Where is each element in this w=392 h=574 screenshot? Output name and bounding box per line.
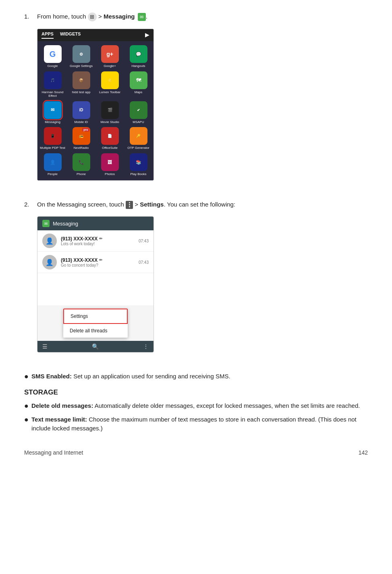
bullet-dot-sms: ● — [24, 372, 31, 381]
app-hidd-label: hidd test app — [72, 90, 91, 94]
step-1-content: From home, touch ⊞ > Messaging ✉. APPS W… — [37, 12, 368, 189]
app-messaging[interactable]: ✉ Messaging — [40, 101, 65, 124]
app-moviestudio[interactable]: 🎬 Movie Studio — [97, 101, 122, 124]
app-photos-label: Photos — [105, 172, 115, 176]
msg-details-1: (913) XXX-XXXX ✏ Lots of work today! — [61, 236, 135, 246]
msg-bottom-icon-2: 🔍 — [92, 343, 99, 350]
msg-time-2: 07:43 — [139, 260, 149, 265]
app-multipdp[interactable]: 📱 Multiple PDP Test — [40, 127, 65, 150]
three-dot-menu-icon — [126, 201, 133, 209]
text-message-limit-text: Text message limit: Choose the maximum n… — [31, 415, 368, 433]
footer-right: 142 — [359, 449, 368, 456]
app-photos[interactable]: 🖼 Photos — [97, 153, 122, 176]
delete-old-messages-text: Delete old messages: Automatically delet… — [31, 401, 360, 411]
context-delete-all[interactable]: Delete all threads — [63, 324, 128, 338]
msg-number-1: (913) XXX-XXXX ✏ — [61, 236, 135, 242]
msg-spacer — [37, 273, 153, 305]
apps-screenshot: APPS WIDGETS ▶ G Google ⚙ Google Setting… — [37, 29, 154, 181]
app-lumen[interactable]: 🌟 Lumen Toolbar — [97, 71, 122, 98]
context-menu: Settings Delete all threads — [63, 309, 128, 338]
home-icon: ⊞ — [88, 13, 97, 21]
sms-enabled-bold: SMS Enabled: — [31, 373, 72, 380]
sms-enabled-desc: Set up an application used for sending a… — [73, 373, 230, 380]
msg-preview-2: Go to concert today? — [61, 263, 135, 267]
step-2-content: On the Messaging screen, touch > Setting… — [37, 200, 368, 361]
app-harman-label: Harman Sound Effect — [40, 90, 65, 98]
page-footer: Messaging and Internet 142 — [24, 449, 368, 456]
msg-time-1: 07:43 — [139, 239, 149, 243]
storage-bullets: ● Delete old messages: Automatically del… — [24, 401, 368, 433]
app-people[interactable]: 👤 People — [40, 153, 65, 176]
app-google-settings[interactable]: ⚙ Google Settings — [68, 45, 94, 68]
app-google-label: Google — [48, 64, 58, 68]
msg-header-icon: ✉ — [42, 220, 50, 227]
app-google[interactable]: G Google — [40, 45, 65, 68]
app-hangouts[interactable]: 💬 Hangouts — [126, 45, 151, 68]
msg-bottom-icon-1: ☰ — [42, 343, 48, 350]
delete-old-messages-item: ● Delete old messages: Automatically del… — [24, 401, 368, 411]
app-hangouts-label: Hangouts — [131, 64, 145, 68]
messaging-screenshot: ✉ Messaging 👤 (913) XXX-XXXX ✏ Lots of w… — [37, 216, 154, 353]
msg-details-2: (913) XXX-XXXX ✏ Go to concert today? — [61, 257, 135, 267]
apps-tab[interactable]: APPS — [41, 31, 54, 39]
msg-item-2[interactable]: 👤 (913) XXX-XXXX ✏ Go to concert today? … — [37, 252, 153, 273]
storage-heading: STORAGE — [24, 388, 368, 397]
app-phone[interactable]: 📞 Phone — [68, 153, 94, 176]
app-multipdp-label: Multiple PDP Test — [40, 146, 65, 150]
app-harman[interactable]: 🎵 Harman Sound Effect — [40, 71, 65, 98]
apps-bar: APPS WIDGETS ▶ — [37, 29, 153, 41]
app-msapu-label: MSAPU — [133, 120, 144, 124]
context-settings[interactable]: Settings — [63, 309, 128, 324]
step2-text-after: . You can set the following: — [164, 201, 235, 208]
app-googleplus[interactable]: g+ Google+ — [97, 45, 122, 68]
app-playbooks[interactable]: 📚 Play Books — [126, 153, 151, 176]
app-msapu[interactable]: ✔ MSAPU — [126, 101, 151, 124]
step-2-number: 2. — [24, 200, 37, 208]
app-nextradio-label: NextRadio — [74, 146, 89, 150]
step2-settings-label: Settings — [140, 201, 164, 208]
app-mobileid[interactable]: iD Mobile ID — [68, 101, 94, 124]
msg-item-1[interactable]: 👤 (913) XXX-XXXX ✏ Lots of work today! 0… — [37, 230, 153, 252]
context-menu-area: Settings Delete all threads — [37, 305, 153, 341]
msg-list: 👤 (913) XXX-XXXX ✏ Lots of work today! 0… — [37, 230, 153, 341]
pro-badge: pro — [82, 128, 89, 131]
app-googleplus-label: Google+ — [104, 64, 116, 68]
step-1: 1. From home, touch ⊞ > Messaging ✉. APP… — [24, 12, 368, 189]
msg-header-label: Messaging — [53, 221, 78, 227]
text-message-limit-item: ● Text message limit: Choose the maximum… — [24, 415, 368, 433]
apps-grid: G Google ⚙ Google Settings g+ Google+ — [37, 41, 153, 180]
msg-preview-1: Lots of work today! — [61, 242, 135, 246]
messaging-inline-icon: ✉ — [138, 13, 146, 21]
bullet-dot-limit: ● — [24, 415, 31, 424]
step-2-text: On the Messaging screen, touch > Setting… — [37, 200, 368, 209]
app-moviestudio-label: Movie Studio — [100, 120, 119, 124]
msg-number-icon-2: ✏ — [99, 258, 102, 262]
delete-old-messages-bold: Delete old messages: — [31, 402, 93, 409]
step-2: 2. On the Messaging screen, touch > Sett… — [24, 200, 368, 361]
app-nextradio[interactable]: 📻 pro NextRadio — [68, 127, 94, 150]
app-maps[interactable]: 🗺 Maps — [126, 71, 151, 98]
bullet-dot-delete: ● — [24, 401, 31, 411]
app-phone-label: Phone — [77, 172, 86, 176]
app-officesuite-label: OfficeSuite — [102, 146, 118, 150]
app-maps-label: Maps — [135, 90, 143, 94]
delete-old-messages-desc: Automatically delete older messages, exc… — [95, 402, 360, 409]
widgets-tab[interactable]: WIDGETS — [60, 31, 81, 39]
app-google-settings-label: Google Settings — [70, 64, 93, 68]
step1-messaging-label: Messaging — [104, 13, 135, 20]
text-message-limit-bold: Text message limit: — [31, 416, 87, 423]
msg-avatar-2: 👤 — [42, 255, 57, 269]
sms-enabled-item: ● SMS Enabled: Set up an application use… — [24, 372, 368, 381]
step2-text-before: On the Messaging screen, touch — [37, 201, 124, 208]
app-officesuite[interactable]: 📄 OfficeSuite — [97, 127, 122, 150]
app-messaging-label: Messaging — [45, 120, 60, 124]
app-mobileid-label: Mobile ID — [75, 120, 88, 124]
msg-bottom-icon-3: ⋮ — [143, 343, 149, 350]
msg-avatar-1: 👤 — [42, 234, 57, 248]
app-otpgen[interactable]: 🔑 OTP Generator — [126, 127, 151, 150]
step-1-number: 1. — [24, 12, 37, 20]
app-hidd[interactable]: 📦 hidd test app — [68, 71, 94, 98]
app-people-label: People — [48, 172, 58, 176]
sms-enabled-text: SMS Enabled: Set up an application used … — [31, 372, 230, 381]
msg-number-icon-1: ✏ — [99, 236, 102, 241]
